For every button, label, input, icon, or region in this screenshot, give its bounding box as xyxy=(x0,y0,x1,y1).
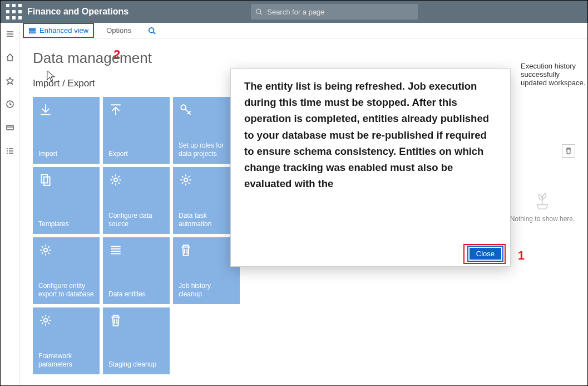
svg-line-27 xyxy=(154,32,156,34)
close-button[interactable]: Close xyxy=(468,247,502,261)
tile-label: Staging cleanup xyxy=(108,360,164,369)
dialog-body-text: The entity list is being refreshed. Job … xyxy=(244,78,507,231)
list-icon xyxy=(108,243,123,257)
svg-line-10 xyxy=(260,13,262,14)
top-bar: Finance and Operations xyxy=(1,1,587,23)
svg-rect-2 xyxy=(18,4,22,7)
tile-job-history-cleanup[interactable]: Job history cleanup xyxy=(173,237,240,304)
svg-point-32 xyxy=(184,178,188,182)
key-icon xyxy=(179,102,193,117)
tile-label: Configure data source xyxy=(108,212,164,228)
tile-templates[interactable]: Templates xyxy=(33,167,100,234)
tile-framework-parameters[interactable]: Framework parameters xyxy=(33,307,100,374)
global-search[interactable] xyxy=(251,4,418,19)
svg-rect-0 xyxy=(6,4,9,7)
svg-point-9 xyxy=(256,9,261,13)
svg-point-38 xyxy=(44,319,48,323)
tile-configure-data-source[interactable]: Configure data source xyxy=(103,167,170,234)
svg-rect-30 xyxy=(44,177,50,185)
tile-label: Data entities xyxy=(108,290,164,299)
gear-icon xyxy=(108,173,123,187)
svg-rect-7 xyxy=(12,16,16,19)
annotation-1: 1 xyxy=(518,248,525,263)
svg-rect-3 xyxy=(6,10,9,13)
enhanced-view-label: Enhanced view xyxy=(39,26,88,35)
home-icon[interactable] xyxy=(2,50,18,65)
tile-data-task-automation[interactable]: Data task automation xyxy=(173,167,240,234)
svg-point-33 xyxy=(44,248,48,252)
empty-state-icon xyxy=(506,189,579,212)
favorites-icon[interactable] xyxy=(2,73,18,89)
svg-rect-25 xyxy=(29,32,36,33)
gear-icon xyxy=(38,313,53,328)
upload-icon xyxy=(108,102,123,117)
svg-point-31 xyxy=(114,178,118,182)
command-bar: Enhanced view Options xyxy=(19,23,587,38)
gear-icon xyxy=(38,243,53,257)
enhanced-view-button[interactable]: Enhanced view xyxy=(23,23,94,38)
options-label: Options xyxy=(106,26,131,35)
tile-label: Job history cleanup xyxy=(179,282,234,299)
tile-roles[interactable]: Set up roles for data projects xyxy=(173,97,240,164)
tile-label: Framework parameters xyxy=(38,352,94,369)
svg-rect-24 xyxy=(29,30,36,31)
svg-rect-8 xyxy=(18,16,22,19)
workspaces-icon[interactable] xyxy=(2,120,18,135)
search-icon xyxy=(255,8,263,16)
notification-text: Execution history successfully updated w… xyxy=(521,62,587,87)
tile-label: Configure entity export to database xyxy=(38,282,94,299)
svg-point-28 xyxy=(181,105,186,110)
message-dialog: The entity list is being refreshed. Job … xyxy=(230,69,511,267)
tile-configure-entity-export[interactable]: Configure entity export to database xyxy=(33,237,100,304)
command-search-button[interactable] xyxy=(144,25,160,37)
svg-rect-5 xyxy=(18,10,22,13)
hamburger-icon[interactable] xyxy=(2,26,18,42)
page-title: Data management xyxy=(33,50,574,67)
trash-icon xyxy=(108,313,123,328)
search-input[interactable] xyxy=(267,8,413,16)
modules-icon[interactable] xyxy=(2,143,18,159)
svg-rect-1 xyxy=(12,4,16,7)
tile-staging-cleanup[interactable]: Staging cleanup xyxy=(103,307,170,374)
svg-rect-4 xyxy=(12,10,16,13)
gear-icon xyxy=(179,173,193,187)
options-button[interactable]: Options xyxy=(102,24,136,37)
app-launcher-icon[interactable] xyxy=(5,1,23,23)
tile-label: Import xyxy=(38,150,94,158)
recent-icon[interactable] xyxy=(2,96,18,112)
tile-import[interactable]: Import xyxy=(33,97,100,164)
tile-export[interactable]: Export xyxy=(103,97,170,164)
svg-rect-15 xyxy=(7,125,13,130)
empty-state-text: Nothing to show here. xyxy=(506,215,579,223)
tile-label: Set up roles for data projects xyxy=(179,141,234,158)
brand-title: Finance and Operations xyxy=(27,7,129,17)
svg-rect-29 xyxy=(41,174,47,183)
tile-data-entities[interactable]: Data entities xyxy=(103,237,170,304)
svg-rect-23 xyxy=(29,28,36,29)
svg-point-26 xyxy=(149,27,154,32)
tile-label: Data task automation xyxy=(179,212,234,228)
svg-rect-6 xyxy=(6,16,9,19)
download-icon xyxy=(38,102,53,117)
tile-label: Export xyxy=(108,150,164,158)
empty-state: Nothing to show here. xyxy=(506,140,579,223)
trash-icon xyxy=(179,243,193,257)
left-rail xyxy=(1,23,19,385)
tile-label: Templates xyxy=(38,220,94,228)
copy-icon xyxy=(38,173,53,187)
